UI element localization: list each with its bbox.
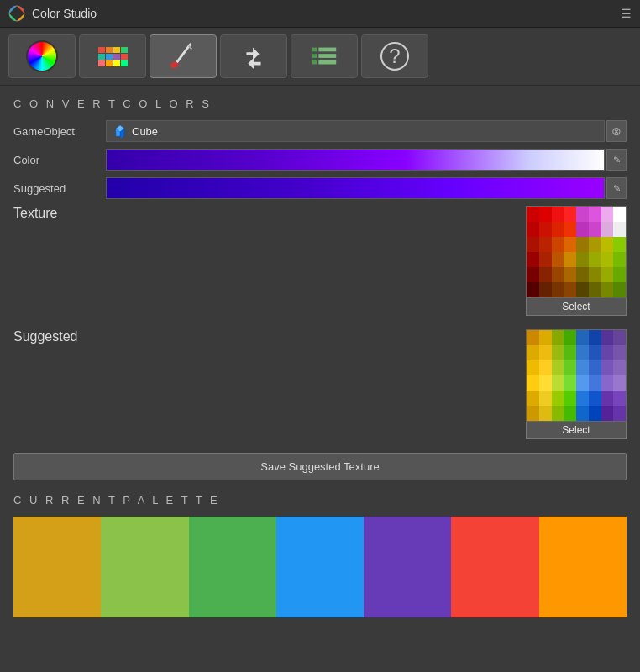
texture-cell [601, 406, 614, 421]
texture-cell [552, 252, 564, 267]
suggested-color-row: Suggested ✎ [13, 177, 627, 199]
texture-cell [576, 252, 589, 267]
texture-cell [564, 345, 576, 360]
texture-cell [552, 222, 564, 237]
suggested-color-bar [106, 177, 605, 199]
texture-cell [539, 391, 552, 406]
texture-cell [613, 375, 626, 391]
texture-section: Texture Select [13, 206, 627, 316]
suggested-color-edit-button[interactable]: ✎ [606, 177, 627, 199]
gameobject-clear-button[interactable]: ⊗ [606, 120, 627, 142]
save-suggested-texture-button[interactable]: Save Suggested Texture [13, 453, 627, 480]
suggested-texture-label: Suggested [13, 329, 106, 439]
texture-cell [601, 391, 614, 406]
current-palette-section: C U R R E N T P A L E T T E [13, 494, 627, 617]
texture-cell [589, 207, 601, 222]
menu-icon[interactable]: ☰ [621, 7, 632, 20]
palette-swatch[interactable] [276, 517, 364, 617]
color-edit-button[interactable]: ✎ [606, 149, 627, 171]
texture-cell [613, 282, 626, 297]
texture-cell [601, 237, 614, 252]
texture-cell [613, 360, 626, 375]
texture-cell [527, 282, 539, 297]
texture-cell [527, 391, 539, 406]
texture-cell [576, 330, 589, 345]
svg-rect-8 [312, 54, 317, 58]
palette-swatch[interactable] [101, 517, 188, 617]
svg-marker-4 [246, 48, 259, 60]
texture-cell [552, 360, 564, 375]
list-button[interactable] [291, 34, 358, 78]
texture-cell [613, 345, 626, 360]
color-row: Color ✎ [13, 149, 627, 171]
svg-rect-7 [318, 48, 336, 52]
list-icon [309, 41, 339, 71]
title-bar-left: Color Studio [8, 5, 97, 22]
texture-cell [564, 391, 576, 406]
brush-button[interactable] [150, 34, 217, 78]
texture-cell [527, 222, 539, 237]
palette-swatches [13, 517, 627, 617]
texture-cell [539, 237, 552, 252]
texture-cell [527, 252, 539, 267]
texture-cell [589, 345, 601, 360]
texture-cell [552, 207, 564, 222]
help-button[interactable]: ? [361, 34, 428, 78]
texture-cell [589, 222, 601, 237]
color-studio-icon [8, 5, 25, 22]
texture-cell [613, 391, 626, 406]
texture-cell [564, 330, 576, 345]
texture2-grid [526, 329, 627, 422]
texture-preview-area: Select [106, 206, 627, 316]
cube-icon [113, 124, 127, 138]
texture-cell [589, 391, 601, 406]
texture-cell [601, 252, 614, 267]
texture-cell [601, 222, 614, 237]
texture-cell [552, 267, 564, 282]
palette-swatch[interactable] [539, 517, 627, 617]
palette-grid-button[interactable] [79, 34, 146, 78]
texture-cell [552, 391, 564, 406]
color-wheel-button[interactable] [8, 34, 76, 78]
title-bar-right: ☰ [621, 7, 632, 20]
texture-cell [613, 330, 626, 345]
texture-cell [601, 267, 614, 282]
texture-cell [539, 207, 552, 222]
texture-cell [552, 237, 564, 252]
texture-cell [552, 375, 564, 391]
texture-cell [601, 375, 614, 391]
texture-cell [539, 282, 552, 297]
texture-cell [552, 330, 564, 345]
texture-cell [539, 360, 552, 375]
texture-cell [552, 406, 564, 421]
texture-cell [601, 345, 614, 360]
texture1-grid [526, 206, 627, 298]
texture-cell [564, 252, 576, 267]
texture-cell [576, 345, 589, 360]
texture-cell [589, 330, 601, 345]
suggested-texture-preview-area: Select [106, 329, 627, 439]
palette-swatch[interactable] [364, 517, 451, 617]
svg-line-3 [189, 46, 192, 50]
texture-cell [527, 345, 539, 360]
texture-preview-box: Select [526, 206, 627, 316]
suggested-texture-select-button[interactable]: Select [526, 422, 627, 439]
palette-swatch[interactable] [13, 517, 101, 617]
gameobject-row: GameObject Cube ⊗ [13, 120, 627, 142]
toolbar: ? [0, 28, 640, 86]
texture-cell [527, 207, 539, 222]
texture-cell [576, 282, 589, 297]
texture-cell [539, 345, 552, 360]
gameobject-value: Cube [106, 120, 605, 142]
texture-select-button[interactable]: Select [526, 298, 627, 316]
color-label: Color [13, 154, 106, 166]
arrows-button[interactable] [220, 34, 287, 78]
suggested-texture-section: Suggested Select [13, 329, 627, 439]
texture-cell [564, 360, 576, 375]
texture-cell [589, 282, 601, 297]
gameobject-label: GameObject [13, 125, 106, 138]
current-palette-title: C U R R E N T P A L E T T E [13, 494, 627, 507]
texture-cell [613, 222, 626, 237]
palette-swatch[interactable] [189, 517, 276, 617]
palette-swatch[interactable] [451, 517, 538, 617]
